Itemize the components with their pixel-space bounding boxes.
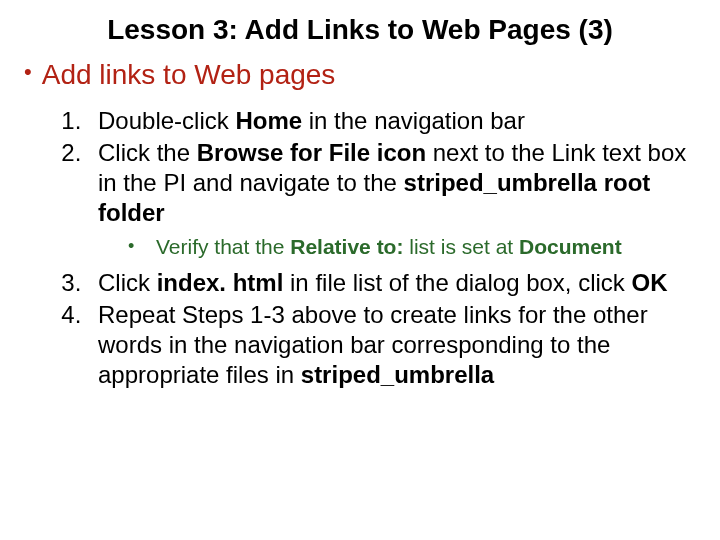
step-1-a: Double-click — [98, 107, 235, 134]
step-list: Double-click Home in the navigation bar … — [18, 106, 702, 390]
slide-content: Lesson 3: Add Links to Web Pages (3) • A… — [0, 0, 720, 410]
sub-bold1: Relative to: — [290, 235, 409, 258]
step-1-b: in the navigation bar — [302, 107, 525, 134]
step-2-bold1: Browse for File icon — [197, 139, 433, 166]
step-3-bold1: index. html — [157, 269, 290, 296]
step-3-bold2: OK — [632, 269, 668, 296]
main-bullet-text: Add links to Web pages — [42, 57, 336, 92]
step-3-a: Click — [98, 269, 157, 296]
step-2: Click the Browse for File icon next to t… — [88, 138, 702, 260]
step-1-bold: Home — [235, 107, 302, 134]
sub-bold2: Document — [519, 235, 622, 258]
slide-title: Lesson 3: Add Links to Web Pages (3) — [18, 12, 702, 47]
step-2-subitem: • Verify that the Relative to: list is s… — [128, 234, 702, 260]
step-3: Click index. html in file list of the di… — [88, 268, 702, 298]
bullet-icon: • — [128, 234, 156, 259]
step-2-a: Click the — [98, 139, 197, 166]
step-3-b: in file list of the dialog box, click — [290, 269, 632, 296]
step-4-bold1: striped_umbrella — [301, 361, 494, 388]
sub-b: list is set at — [409, 235, 519, 258]
sub-a: Verify that the — [156, 235, 290, 258]
sub-text: Verify that the Relative to: list is set… — [156, 234, 622, 260]
step-4: Repeat Steps 1-3 above to create links f… — [88, 300, 702, 390]
bullet-icon: • — [24, 57, 32, 88]
main-bullet: • Add links to Web pages — [24, 57, 702, 92]
step-1: Double-click Home in the navigation bar — [88, 106, 702, 136]
